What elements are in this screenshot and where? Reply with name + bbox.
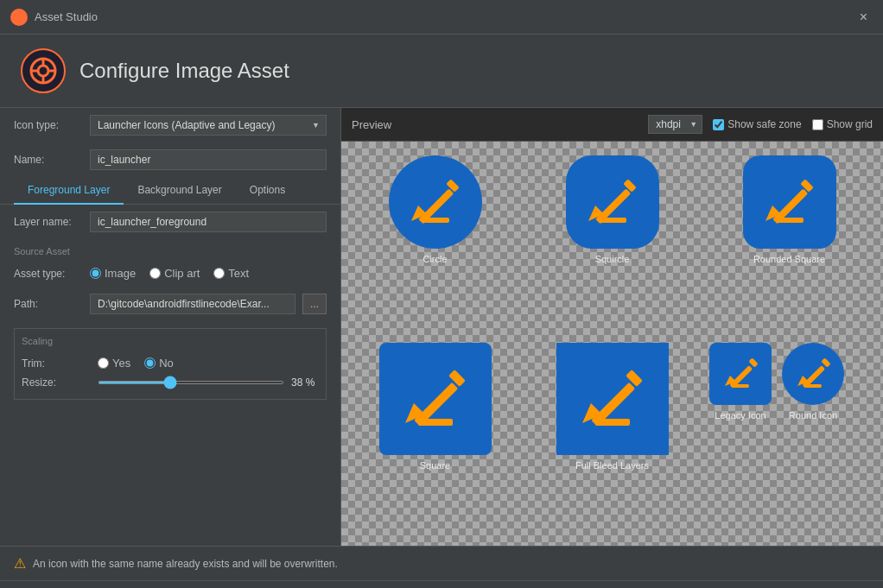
icon-type-label: Icon type: <box>14 119 83 131</box>
preview-full-bleed: Full Bleed Layers <box>525 336 699 477</box>
left-panel: Icon type: Launcher Icons (Adaptive and … <box>0 108 341 546</box>
path-row: Path: ... <box>0 287 340 321</box>
resize-slider[interactable] <box>98 381 284 384</box>
scaling-title: Scaling <box>22 336 319 346</box>
show-safe-zone-checkbox[interactable]: Show safe zone <box>713 118 801 130</box>
icon-legacy-shape <box>709 343 772 405</box>
trim-row: Trim: Yes No <box>22 353 319 373</box>
title-bar-left: Asset Studio <box>10 9 98 26</box>
svg-rect-34 <box>804 384 822 388</box>
warning-text: An icon with the same name already exist… <box>33 558 338 570</box>
close-button[interactable]: × <box>854 8 873 27</box>
browse-button[interactable]: ... <box>302 294 327 314</box>
radio-image-label: Image <box>105 267 136 280</box>
footer: Previous Next Cancel <box>0 580 883 588</box>
scaling-section: Scaling Trim: Yes No Resize: <box>14 328 327 400</box>
icon-round-shape <box>782 343 844 405</box>
icon-type-select-wrapper: Launcher Icons (Adaptive and Legacy) <box>90 115 327 136</box>
app-icon <box>10 9 28 26</box>
main-content: Icon type: Launcher Icons (Adaptive and … <box>0 108 883 546</box>
radio-clipart[interactable]: Clip art <box>149 267 200 280</box>
preview-square: Square <box>348 336 522 477</box>
trim-no-label: No <box>159 357 174 370</box>
svg-rect-30 <box>732 384 749 388</box>
trim-radio-group: Yes No <box>98 357 174 370</box>
path-label: Path: <box>14 298 83 310</box>
icon-rounded-square-shape <box>743 155 836 249</box>
right-panel: Preview xhdpi Show safe zone Show grid <box>341 108 883 546</box>
squircle-label: Squircle <box>595 254 630 264</box>
preview-circle: Circle <box>348 149 522 271</box>
radio-clipart-label: Clip art <box>164 267 200 280</box>
preview-grid: Circle Squircle <box>341 142 883 546</box>
icon-circle-shape <box>389 155 482 249</box>
name-label: Name: <box>14 154 83 166</box>
show-grid-checkbox[interactable]: Show grid <box>812 118 873 130</box>
name-row: Name: <box>0 142 340 177</box>
preview-round-item: Round Icon <box>782 343 844 420</box>
svg-rect-35 <box>821 357 830 367</box>
svg-point-3 <box>38 66 48 76</box>
asset-type-row: Asset type: Image Clip art Text <box>0 260 340 287</box>
resize-slider-wrapper: 38 % <box>98 376 319 389</box>
show-grid-label: Show grid <box>827 118 873 130</box>
svg-rect-18 <box>776 218 804 223</box>
resize-value: 38 % <box>291 376 319 389</box>
page-title: Configure Image Asset <box>79 59 289 83</box>
svg-rect-10 <box>422 218 449 223</box>
name-input[interactable] <box>90 149 327 170</box>
path-input[interactable] <box>90 294 295 314</box>
preview-squircle: Squircle <box>525 149 699 271</box>
preview-header: Preview xhdpi Show safe zone Show grid <box>341 108 883 142</box>
layer-name-row: Layer name: <box>0 205 340 239</box>
tab-background[interactable]: Background Layer <box>124 177 235 205</box>
rounded-square-label: Rounded Square <box>753 254 825 264</box>
warning-bar: ⚠ An icon with the same name already exi… <box>0 546 883 580</box>
preview-label: Preview <box>352 118 391 131</box>
radio-text[interactable]: Text <box>213 267 249 280</box>
trim-yes[interactable]: Yes <box>98 357 130 370</box>
dpi-select-wrapper: xhdpi <box>648 115 702 134</box>
full-bleed-label: Full Bleed Layers <box>575 460 649 471</box>
circle-label: Circle <box>422 254 447 264</box>
preview-legacy-round: Legacy Icon Round Icon <box>702 336 876 427</box>
tab-foreground[interactable]: Foreground Layer <box>14 177 124 205</box>
dpi-select[interactable]: xhdpi <box>648 115 702 134</box>
layer-name-label: Layer name: <box>14 216 83 228</box>
round-label: Round Icon <box>789 410 837 420</box>
header-logo <box>21 48 66 93</box>
resize-label: Resize: <box>22 376 91 389</box>
tab-options[interactable]: Options <box>236 177 299 205</box>
radio-text-label: Text <box>228 267 249 280</box>
show-safe-zone-label: Show safe zone <box>727 118 801 130</box>
square-label: Square <box>420 460 450 471</box>
asset-type-label: Asset type: <box>14 268 83 280</box>
icon-type-row: Icon type: Launcher Icons (Adaptive and … <box>0 108 340 142</box>
icon-type-select[interactable]: Launcher Icons (Adaptive and Legacy) <box>90 115 327 136</box>
svg-rect-31 <box>748 357 758 367</box>
layer-tabs: Foreground Layer Background Layer Option… <box>0 177 340 205</box>
title-bar: Asset Studio × <box>0 0 883 35</box>
icon-full-bleed-shape <box>556 343 669 455</box>
legacy-label: Legacy Icon <box>715 410 765 420</box>
trim-label: Trim: <box>22 357 91 370</box>
layer-name-input[interactable] <box>90 212 327 232</box>
radio-image[interactable]: Image <box>90 267 136 280</box>
svg-rect-26 <box>595 419 630 426</box>
svg-point-1 <box>17 16 21 19</box>
asset-type-radio-group: Image Clip art Text <box>90 267 249 280</box>
source-asset-title: Source Asset <box>0 239 340 260</box>
warning-icon: ⚠ <box>14 555 26 572</box>
window-title: Asset Studio <box>35 10 98 23</box>
preview-rounded-square: Rounded Square <box>702 149 876 271</box>
icon-squircle-shape <box>566 155 659 249</box>
icon-square-shape <box>379 343 492 455</box>
trim-no[interactable]: No <box>144 357 174 370</box>
header: Configure Image Asset <box>0 35 883 108</box>
resize-row: Resize: 38 % <box>22 373 319 392</box>
preview-controls: xhdpi Show safe zone Show grid <box>648 115 873 134</box>
svg-rect-14 <box>599 218 626 223</box>
preview-legacy-item: Legacy Icon <box>709 343 772 420</box>
trim-yes-label: Yes <box>112 357 130 370</box>
svg-rect-22 <box>418 419 453 426</box>
